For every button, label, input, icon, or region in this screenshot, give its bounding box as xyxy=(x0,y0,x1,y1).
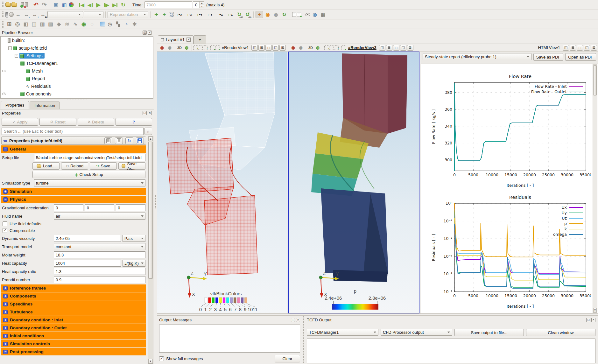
section-boundary-condition-inlet[interactable]: +Boundary condition : Inlet xyxy=(1,316,146,324)
warp-icon[interactable]: ∿ xyxy=(72,20,79,28)
output-float-icon[interactable]: ◱ xyxy=(291,318,295,322)
bottom-dock-splitter[interactable] xyxy=(157,313,598,316)
close-view-button[interactable]: ⊠ xyxy=(279,45,286,51)
pipeline-item-setup-tcfd[interactable]: −setup-tcfd.tcfd xyxy=(1,44,153,52)
toggle-interaction-icon[interactable]: ◍ xyxy=(314,44,321,51)
viscosity-unit-combo[interactable]: Pa.s xyxy=(123,235,145,242)
calculator-icon[interactable]: ⊞ xyxy=(5,20,13,28)
undo-icon[interactable]: ↶ xyxy=(32,1,40,9)
extract-block-icon[interactable]: ◌ xyxy=(88,20,96,28)
view-minus-z-button[interactable]: ↑-Z xyxy=(225,11,235,18)
tree-expander-icon[interactable]: − xyxy=(8,46,12,50)
link-camera-icon[interactable]: ◉ xyxy=(297,44,305,51)
expand-icon[interactable]: + xyxy=(3,342,8,346)
tcfd-float-icon[interactable]: ◱ xyxy=(586,318,590,322)
rescale-custom-icon[interactable]: ↔c xyxy=(23,11,30,18)
colorby-component-combo[interactable] xyxy=(84,11,103,18)
selection-view-icon[interactable] xyxy=(100,22,105,26)
clear-button[interactable]: Clear xyxy=(275,355,300,362)
scroll-down-icon[interactable]: ▼ xyxy=(148,359,153,364)
view-plus-y-button[interactable]: ↑+Y xyxy=(195,11,204,18)
stream-tracer-icon[interactable]: ≋ xyxy=(63,20,71,28)
pipeline-float-icon[interactable]: ◱ xyxy=(143,31,147,35)
section-simulation-controls[interactable]: +Simulation controls xyxy=(1,340,146,347)
select-polygon-icon[interactable] xyxy=(341,46,346,50)
reset-button[interactable]: ⊘Reset xyxy=(39,118,76,126)
toolbar-grip[interactable] xyxy=(2,21,4,28)
view-minus-y-button[interactable]: ↑-Y xyxy=(205,11,215,18)
expand-icon[interactable]: + xyxy=(3,286,8,290)
transport-model-combo[interactable]: constant xyxy=(54,243,145,250)
maximize-view-button[interactable]: □ xyxy=(577,45,583,51)
render-view-2-active[interactable]: ZYX p2.4e+062.8e+06 xyxy=(288,52,419,313)
adjust-camera-icon[interactable]: ◉ xyxy=(289,44,297,51)
help-button[interactable]: ? xyxy=(116,118,152,126)
last-frame-button[interactable]: ▶ xyxy=(111,1,119,9)
section-simulation[interactable]: +Simulation xyxy=(1,188,146,195)
reset-center-icon[interactable]: ◎ xyxy=(272,11,280,18)
section-general[interactable]: −General xyxy=(1,145,146,153)
save-data-icon[interactable] xyxy=(11,3,17,7)
select-cells-on-icon[interactable] xyxy=(324,46,329,50)
report-selector-combo[interactable]: Steady-state report (efficiency probe 1) xyxy=(423,53,531,60)
tcfd-manager-combo[interactable]: TCFDManager1 xyxy=(307,329,378,336)
previous-frame-button[interactable]: ◀ xyxy=(86,1,94,9)
popout-view-button[interactable]: ◱ xyxy=(400,45,406,51)
collapse-icon[interactable]: − xyxy=(3,350,8,354)
report-scroll-down-icon[interactable]: ▼ xyxy=(593,308,597,312)
main-splitter[interactable] xyxy=(154,29,157,364)
paste-properties-icon[interactable] xyxy=(115,137,123,144)
zoom-closest-icon[interactable]: + xyxy=(159,9,170,20)
scroll-up-icon[interactable]: ▲ xyxy=(148,136,153,141)
panel-splitter-handle[interactable] xyxy=(67,99,87,101)
html-view-1[interactable]: Steady-state report (efficiency probe 1)… xyxy=(421,52,598,313)
dynamic-viscosity-input[interactable]: 2.4e-05 xyxy=(54,235,121,242)
renderview2-title[interactable]: »RenderView2 xyxy=(348,45,376,50)
fluid-name-combo[interactable]: air xyxy=(54,213,145,220)
redo-icon[interactable]: ↷ xyxy=(40,1,48,9)
split-horizontal-button[interactable]: ◫ xyxy=(251,45,258,51)
disconnect-server-icon[interactable] xyxy=(25,2,28,7)
rotate-90cw-icon[interactable]: ↻+90 xyxy=(236,11,243,18)
show-full-messages-checkbox[interactable]: ✓ xyxy=(159,356,164,361)
rotate-90ccw-icon[interactable]: ↺-90 xyxy=(244,11,251,18)
renderview1-title[interactable]: »RenderView1 xyxy=(222,45,249,50)
toggle-interaction-icon[interactable]: ◍ xyxy=(183,44,190,51)
visibility-eye-icon[interactable] xyxy=(1,69,8,73)
screenshot-icon[interactable]: ▣ xyxy=(52,1,60,9)
close-layout-icon[interactable]: ✕ xyxy=(186,38,191,42)
zoom-to-box-icon[interactable] xyxy=(169,12,174,17)
split-vertical-button[interactable]: ⊟ xyxy=(386,45,392,51)
report-scrollbar[interactable]: ▼ xyxy=(593,64,597,313)
extract-subset-icon[interactable]: ▧ xyxy=(47,20,54,28)
gravity-z-input[interactable]: 0 xyxy=(116,204,145,211)
representation-combo[interactable]: Representation xyxy=(108,11,148,18)
threshold-icon[interactable]: ▥ xyxy=(39,20,46,28)
copy-properties-icon[interactable] xyxy=(104,137,112,144)
view-minus-x-button[interactable]: ↑-X xyxy=(185,11,194,18)
expand-icon[interactable]: + xyxy=(3,318,8,322)
pressure-colorbar[interactable]: p2.4e+062.8e+06 xyxy=(325,288,386,310)
select-frustum-icon[interactable] xyxy=(203,46,208,50)
apply-button[interactable]: ✓Apply xyxy=(2,118,38,126)
properties-scrollbar[interactable]: ▲ ▼ xyxy=(148,136,153,364)
tab-layout-1[interactable]: Layout #1 ✕ xyxy=(158,35,193,44)
use-fluid-defaults-checkbox[interactable] xyxy=(3,221,7,226)
properties-float-icon[interactable]: ◱ xyxy=(143,111,147,115)
first-frame-button[interactable]: ◀ xyxy=(78,1,86,9)
render-view-1[interactable]: ZYX vtkBlockColors01234567891011 xyxy=(157,52,287,313)
quartile-chart-icon[interactable]: ◔ xyxy=(123,20,130,28)
expand-icon[interactable]: + xyxy=(3,302,8,306)
setup-file-input[interactable]: 5/axial-turbine-stage-subsonic/eveningTe… xyxy=(34,154,145,161)
save-as-pdf-button[interactable]: Save as PDF xyxy=(533,53,564,61)
loop-button[interactable]: ↻ xyxy=(119,1,127,9)
select-points-on-icon[interactable] xyxy=(329,46,334,50)
split-vertical-button[interactable]: ⊟ xyxy=(570,45,576,51)
pipeline-item-residuals[interactable]: ∿Residuals xyxy=(1,82,153,90)
interpolate-icon[interactable]: ∗ xyxy=(131,20,138,28)
popout-view-button[interactable]: ◱ xyxy=(584,45,590,51)
play-button[interactable]: ▶ xyxy=(95,1,102,9)
paste-screenshot-icon[interactable] xyxy=(297,12,301,17)
split-horizontal-button[interactable]: ◫ xyxy=(563,45,569,51)
pipeline-item-report[interactable]: Report xyxy=(1,75,153,82)
